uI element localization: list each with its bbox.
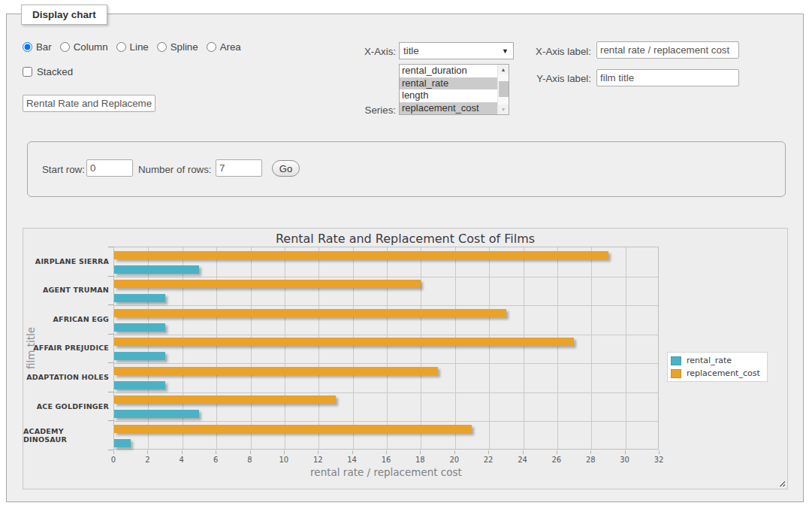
y-axis-label-input[interactable]: [596, 69, 739, 86]
x-axis-tick-mark: [523, 450, 524, 454]
x-axis-tick-label: 24: [512, 456, 534, 464]
scroll-up-icon[interactable]: ▲: [498, 65, 509, 74]
gridline-vertical: [216, 247, 217, 449]
x-axis-label-field-label: X-Axis label:: [509, 46, 591, 57]
gridline-horizontal: [114, 305, 658, 306]
x-axis-tick-label: 16: [375, 456, 397, 464]
y-axis-tick-mark: [108, 420, 113, 421]
legend-row: rental_rate: [671, 355, 760, 366]
radio-column-input[interactable]: [60, 42, 70, 52]
start-row-label: Start row:: [42, 164, 85, 175]
x-axis-tick-label: 6: [204, 456, 227, 464]
gridline-horizontal: [114, 421, 658, 422]
y-axis-label-field-label: Y-Axis label:: [509, 73, 591, 84]
radio-area[interactable]: Area: [207, 41, 241, 53]
x-axis-tick-mark: [420, 450, 421, 454]
x-axis-tick-mark: [113, 450, 114, 454]
chart-legend: rental_ratereplacement_cost: [667, 352, 768, 382]
go-button[interactable]: Go: [272, 160, 300, 177]
radio-area-label: Area: [220, 41, 241, 53]
bar-replacement_cost: [114, 425, 472, 433]
radio-line-input[interactable]: [116, 42, 126, 52]
series-options: rental_duration rental_rate length repla…: [400, 65, 497, 114]
y-axis-tick-mark: [108, 276, 113, 277]
radio-line[interactable]: Line: [116, 41, 149, 53]
number-of-rows-input[interactable]: [216, 159, 262, 177]
bar-replacement_cost: [114, 251, 608, 259]
legend-label: rental_rate: [687, 356, 732, 365]
chart-type-radio-group: Bar Column Line Spline Area: [23, 41, 241, 53]
x-axis-tick-mark: [318, 450, 318, 454]
radio-spline[interactable]: Spline: [157, 41, 198, 53]
radio-area-input[interactable]: [207, 42, 216, 52]
radio-bar-label: Bar: [36, 41, 52, 53]
series-option-length[interactable]: length: [400, 89, 497, 102]
radio-column-label: Column: [74, 41, 108, 53]
x-axis-tick-label: 30: [614, 456, 636, 464]
x-axis-tick-mark: [250, 450, 251, 454]
bar-rental_rate: [114, 410, 199, 418]
gridline-vertical: [421, 247, 421, 449]
gridline-vertical: [455, 247, 456, 449]
series-option-rental-rate[interactable]: rental_rate: [400, 77, 497, 90]
bar-rental_rate: [114, 352, 165, 360]
series-option-replacement-cost[interactable]: replacement_cost: [400, 102, 497, 115]
radio-spline-input[interactable]: [157, 42, 167, 52]
x-axis-title: rental rate / replacement cost: [113, 466, 659, 478]
x-axis-tick-label: 0: [102, 456, 125, 464]
series-select-label: Series:: [336, 105, 396, 116]
x-axis-tick-mark: [557, 450, 557, 454]
x-axis-label-input[interactable]: [596, 41, 739, 59]
x-axis-tick-label: 22: [477, 456, 500, 464]
scrollbar[interactable]: ▲ ▼: [497, 65, 509, 114]
gridline-vertical: [285, 247, 285, 449]
bar-replacement_cost: [114, 309, 506, 317]
radio-spline-label: Spline: [171, 41, 198, 53]
bar-rental_rate: [114, 294, 165, 302]
gridline-horizontal: [114, 277, 658, 277]
gridline-vertical: [591, 247, 592, 449]
gridline-vertical: [251, 247, 252, 449]
fieldset-legend: Display chart: [21, 5, 107, 25]
chart-title-input[interactable]: [23, 95, 155, 112]
x-axis-tick-mark: [659, 450, 660, 454]
x-axis-tick-mark: [625, 450, 626, 454]
gridline-vertical: [489, 247, 490, 449]
stacked-label: Stacked: [37, 66, 73, 77]
scroll-down-icon[interactable]: ▼: [498, 105, 509, 114]
y-axis-tick-mark: [108, 304, 113, 305]
scrollbar-thumb[interactable]: [499, 81, 509, 97]
series-option-rental-duration[interactable]: rental_duration: [400, 65, 497, 77]
scrollbar-track[interactable]: [498, 74, 509, 105]
legend-swatch-replacement_cost: [671, 369, 681, 378]
bar-replacement_cost: [114, 395, 336, 404]
x-axis-tick-label: 14: [341, 456, 364, 464]
gridline-vertical: [353, 247, 354, 449]
stacked-checkbox-row[interactable]: Stacked: [23, 66, 73, 77]
y-axis-tick-mark: [108, 392, 113, 392]
stacked-checkbox[interactable]: [23, 67, 32, 77]
gridline-vertical: [524, 247, 524, 449]
x-axis-tick-label: 32: [647, 456, 670, 464]
radio-line-label: Line: [130, 41, 149, 53]
start-row-input[interactable]: [86, 159, 133, 177]
bar-rental_rate: [114, 439, 131, 447]
series-multiselect[interactable]: rental_duration rental_rate length repla…: [399, 64, 509, 115]
radio-column[interactable]: Column: [60, 41, 108, 53]
legend-label: replacement_cost: [687, 368, 760, 378]
y-axis-tick-mark: [108, 247, 113, 247]
x-axis-select[interactable]: title ▼: [399, 42, 514, 59]
gridline-vertical: [387, 247, 388, 449]
x-axis-tick-label: 26: [545, 456, 568, 464]
resize-handle-icon[interactable]: [777, 479, 785, 486]
gridline-vertical: [557, 247, 558, 449]
gridline-vertical: [183, 247, 183, 449]
x-axis-tick-mark: [386, 450, 387, 454]
radio-bar[interactable]: Bar: [23, 41, 52, 53]
y-axis-title: film title: [25, 247, 37, 450]
x-axis-tick-label: 8: [239, 456, 261, 464]
x-axis-tick-mark: [284, 450, 285, 454]
radio-bar-input[interactable]: [23, 42, 32, 52]
y-axis-tick-mark: [108, 334, 113, 335]
gridline-vertical: [318, 247, 319, 449]
